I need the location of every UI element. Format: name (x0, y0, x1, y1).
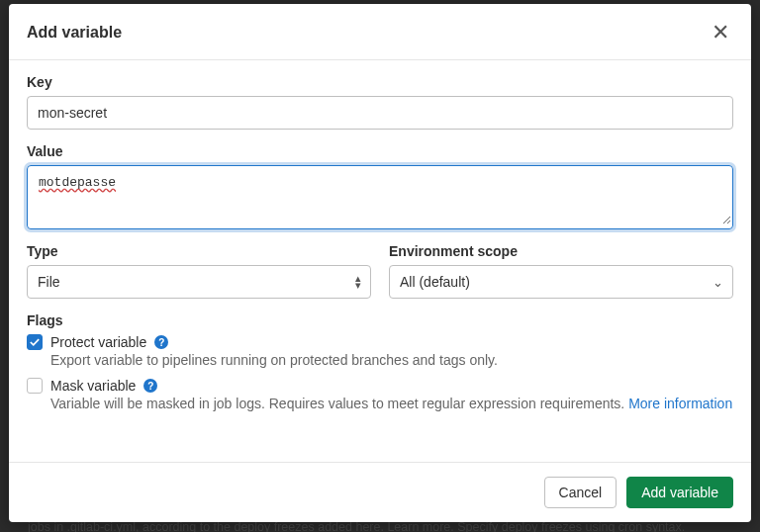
key-label: Key (27, 74, 733, 90)
mask-flag: Mask variable ? Variable will be masked … (27, 378, 733, 411)
type-select[interactable]: File (27, 265, 371, 299)
mask-label: Mask variable (50, 378, 136, 394)
scope-value: All (default) (400, 274, 470, 290)
modal-header: Add variable ✕ (9, 4, 751, 60)
mask-desc: Variable will be masked in job logs. Req… (50, 396, 733, 411)
value-field: Value motdepasse (27, 143, 733, 229)
protect-label: Protect variable (50, 334, 146, 350)
close-icon: ✕ (712, 20, 729, 44)
scope-select[interactable]: All (default) (389, 265, 733, 299)
value-textarea-wrap: motdepasse (27, 165, 733, 229)
close-button[interactable]: ✕ (708, 20, 733, 45)
protect-flag: Protect variable ? Export variable to pi… (27, 334, 733, 368)
scope-field: Environment scope All (default) ⌄ (389, 243, 733, 299)
add-variable-button[interactable]: Add variable (626, 477, 733, 508)
key-field: Key (27, 74, 733, 130)
modal-footer: Cancel Add variable (9, 462, 751, 522)
cancel-button[interactable]: Cancel (544, 477, 618, 508)
mask-checkbox[interactable] (27, 378, 43, 394)
value-label: Value (27, 143, 733, 159)
type-field: Type File ▴▾ (27, 243, 371, 299)
help-icon[interactable]: ? (154, 335, 168, 349)
flags-label: Flags (27, 312, 733, 328)
add-variable-modal: Add variable ✕ Key Value motdepasse Type… (9, 4, 751, 522)
modal-title: Add variable (27, 24, 122, 42)
mask-desc-text: Variable will be masked in job logs. Req… (50, 396, 628, 411)
more-info-link[interactable]: More information (628, 396, 732, 411)
flags-section: Flags Protect variable ? Export variable… (27, 312, 733, 411)
type-label: Type (27, 243, 371, 259)
modal-body: Key Value motdepasse Type File ▴▾ Enviro… (9, 60, 751, 462)
help-icon[interactable]: ? (143, 379, 157, 393)
protect-checkbox[interactable] (27, 334, 43, 350)
type-value: File (38, 274, 60, 290)
key-input[interactable] (27, 96, 733, 130)
protect-desc: Export variable to pipelines running on … (50, 352, 733, 368)
value-textarea[interactable]: motdepasse (29, 167, 731, 224)
scope-label: Environment scope (389, 243, 733, 259)
check-icon (30, 337, 40, 347)
